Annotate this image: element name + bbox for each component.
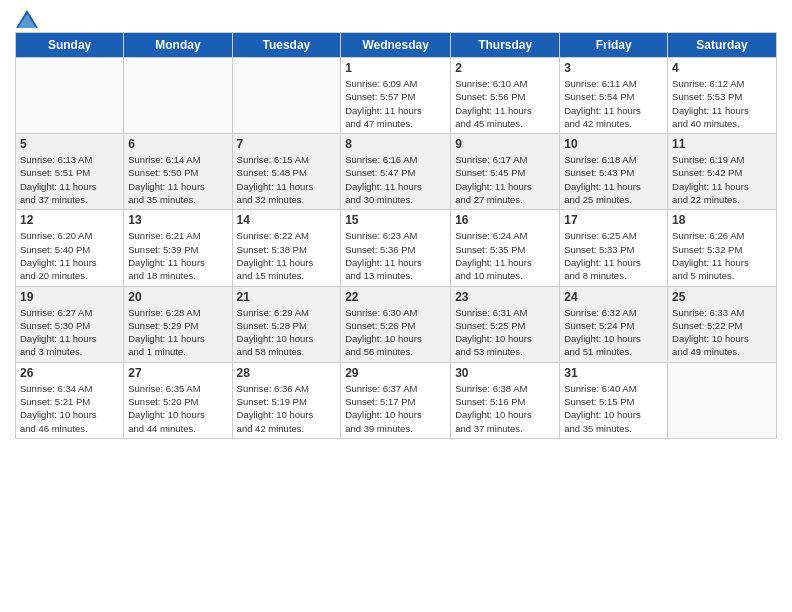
day-info: Sunrise: 6:33 AM Sunset: 5:22 PM Dayligh… (672, 306, 772, 359)
weekday-header: Sunday (16, 33, 124, 58)
weekday-header: Saturday (668, 33, 777, 58)
day-number: 7 (237, 137, 337, 151)
day-info: Sunrise: 6:21 AM Sunset: 5:39 PM Dayligh… (128, 229, 227, 282)
day-info: Sunrise: 6:36 AM Sunset: 5:19 PM Dayligh… (237, 382, 337, 435)
calendar-week-row: 1Sunrise: 6:09 AM Sunset: 5:57 PM Daylig… (16, 58, 777, 134)
calendar-cell (668, 362, 777, 438)
day-info: Sunrise: 6:29 AM Sunset: 5:28 PM Dayligh… (237, 306, 337, 359)
day-info: Sunrise: 6:34 AM Sunset: 5:21 PM Dayligh… (20, 382, 119, 435)
day-info: Sunrise: 6:22 AM Sunset: 5:38 PM Dayligh… (237, 229, 337, 282)
day-number: 19 (20, 290, 119, 304)
calendar-cell: 27Sunrise: 6:35 AM Sunset: 5:20 PM Dayli… (124, 362, 232, 438)
day-number: 9 (455, 137, 555, 151)
logo-icon (16, 10, 38, 28)
weekday-header: Thursday (451, 33, 560, 58)
calendar-cell: 22Sunrise: 6:30 AM Sunset: 5:26 PM Dayli… (341, 286, 451, 362)
calendar-cell (232, 58, 341, 134)
calendar-cell (124, 58, 232, 134)
logo (15, 10, 39, 24)
day-number: 15 (345, 213, 446, 227)
calendar-cell: 17Sunrise: 6:25 AM Sunset: 5:33 PM Dayli… (560, 210, 668, 286)
calendar-cell: 31Sunrise: 6:40 AM Sunset: 5:15 PM Dayli… (560, 362, 668, 438)
day-number: 13 (128, 213, 227, 227)
calendar-cell: 26Sunrise: 6:34 AM Sunset: 5:21 PM Dayli… (16, 362, 124, 438)
calendar-cell: 2Sunrise: 6:10 AM Sunset: 5:56 PM Daylig… (451, 58, 560, 134)
day-info: Sunrise: 6:35 AM Sunset: 5:20 PM Dayligh… (128, 382, 227, 435)
day-number: 5 (20, 137, 119, 151)
day-number: 1 (345, 61, 446, 75)
calendar-week-row: 19Sunrise: 6:27 AM Sunset: 5:30 PM Dayli… (16, 286, 777, 362)
day-number: 18 (672, 213, 772, 227)
day-info: Sunrise: 6:17 AM Sunset: 5:45 PM Dayligh… (455, 153, 555, 206)
day-number: 12 (20, 213, 119, 227)
calendar-week-row: 12Sunrise: 6:20 AM Sunset: 5:40 PM Dayli… (16, 210, 777, 286)
day-info: Sunrise: 6:24 AM Sunset: 5:35 PM Dayligh… (455, 229, 555, 282)
calendar-cell: 6Sunrise: 6:14 AM Sunset: 5:50 PM Daylig… (124, 134, 232, 210)
day-number: 22 (345, 290, 446, 304)
day-number: 14 (237, 213, 337, 227)
calendar-cell: 20Sunrise: 6:28 AM Sunset: 5:29 PM Dayli… (124, 286, 232, 362)
day-info: Sunrise: 6:16 AM Sunset: 5:47 PM Dayligh… (345, 153, 446, 206)
calendar-body: 1Sunrise: 6:09 AM Sunset: 5:57 PM Daylig… (16, 58, 777, 439)
weekday-header: Wednesday (341, 33, 451, 58)
calendar-cell: 28Sunrise: 6:36 AM Sunset: 5:19 PM Dayli… (232, 362, 341, 438)
calendar-container: SundayMondayTuesdayWednesdayThursdayFrid… (0, 0, 792, 612)
calendar-cell: 4Sunrise: 6:12 AM Sunset: 5:53 PM Daylig… (668, 58, 777, 134)
calendar-cell: 21Sunrise: 6:29 AM Sunset: 5:28 PM Dayli… (232, 286, 341, 362)
day-info: Sunrise: 6:10 AM Sunset: 5:56 PM Dayligh… (455, 77, 555, 130)
calendar-cell: 10Sunrise: 6:18 AM Sunset: 5:43 PM Dayli… (560, 134, 668, 210)
calendar-cell: 1Sunrise: 6:09 AM Sunset: 5:57 PM Daylig… (341, 58, 451, 134)
day-number: 25 (672, 290, 772, 304)
day-info: Sunrise: 6:20 AM Sunset: 5:40 PM Dayligh… (20, 229, 119, 282)
day-number: 23 (455, 290, 555, 304)
calendar-cell: 14Sunrise: 6:22 AM Sunset: 5:38 PM Dayli… (232, 210, 341, 286)
calendar-cell: 15Sunrise: 6:23 AM Sunset: 5:36 PM Dayli… (341, 210, 451, 286)
day-info: Sunrise: 6:14 AM Sunset: 5:50 PM Dayligh… (128, 153, 227, 206)
calendar-cell: 19Sunrise: 6:27 AM Sunset: 5:30 PM Dayli… (16, 286, 124, 362)
day-number: 11 (672, 137, 772, 151)
calendar-cell: 12Sunrise: 6:20 AM Sunset: 5:40 PM Dayli… (16, 210, 124, 286)
day-number: 29 (345, 366, 446, 380)
day-info: Sunrise: 6:12 AM Sunset: 5:53 PM Dayligh… (672, 77, 772, 130)
calendar-cell: 29Sunrise: 6:37 AM Sunset: 5:17 PM Dayli… (341, 362, 451, 438)
day-number: 28 (237, 366, 337, 380)
day-number: 31 (564, 366, 663, 380)
header (15, 10, 777, 24)
day-info: Sunrise: 6:26 AM Sunset: 5:32 PM Dayligh… (672, 229, 772, 282)
day-number: 30 (455, 366, 555, 380)
day-number: 3 (564, 61, 663, 75)
calendar-week-row: 26Sunrise: 6:34 AM Sunset: 5:21 PM Dayli… (16, 362, 777, 438)
weekday-header: Tuesday (232, 33, 341, 58)
day-number: 10 (564, 137, 663, 151)
day-number: 6 (128, 137, 227, 151)
day-info: Sunrise: 6:37 AM Sunset: 5:17 PM Dayligh… (345, 382, 446, 435)
day-info: Sunrise: 6:09 AM Sunset: 5:57 PM Dayligh… (345, 77, 446, 130)
day-info: Sunrise: 6:40 AM Sunset: 5:15 PM Dayligh… (564, 382, 663, 435)
calendar-cell (16, 58, 124, 134)
day-number: 26 (20, 366, 119, 380)
day-number: 17 (564, 213, 663, 227)
calendar-cell: 7Sunrise: 6:15 AM Sunset: 5:48 PM Daylig… (232, 134, 341, 210)
calendar-cell: 3Sunrise: 6:11 AM Sunset: 5:54 PM Daylig… (560, 58, 668, 134)
day-number: 21 (237, 290, 337, 304)
day-number: 2 (455, 61, 555, 75)
calendar-cell: 8Sunrise: 6:16 AM Sunset: 5:47 PM Daylig… (341, 134, 451, 210)
weekday-header: Monday (124, 33, 232, 58)
calendar-cell: 9Sunrise: 6:17 AM Sunset: 5:45 PM Daylig… (451, 134, 560, 210)
calendar-cell: 16Sunrise: 6:24 AM Sunset: 5:35 PM Dayli… (451, 210, 560, 286)
day-info: Sunrise: 6:31 AM Sunset: 5:25 PM Dayligh… (455, 306, 555, 359)
day-number: 20 (128, 290, 227, 304)
calendar-cell: 13Sunrise: 6:21 AM Sunset: 5:39 PM Dayli… (124, 210, 232, 286)
day-number: 16 (455, 213, 555, 227)
weekday-header-row: SundayMondayTuesdayWednesdayThursdayFrid… (16, 33, 777, 58)
calendar-cell: 30Sunrise: 6:38 AM Sunset: 5:16 PM Dayli… (451, 362, 560, 438)
day-number: 4 (672, 61, 772, 75)
day-info: Sunrise: 6:15 AM Sunset: 5:48 PM Dayligh… (237, 153, 337, 206)
day-info: Sunrise: 6:19 AM Sunset: 5:42 PM Dayligh… (672, 153, 772, 206)
day-number: 24 (564, 290, 663, 304)
calendar-table: SundayMondayTuesdayWednesdayThursdayFrid… (15, 32, 777, 439)
day-info: Sunrise: 6:28 AM Sunset: 5:29 PM Dayligh… (128, 306, 227, 359)
day-info: Sunrise: 6:18 AM Sunset: 5:43 PM Dayligh… (564, 153, 663, 206)
day-info: Sunrise: 6:32 AM Sunset: 5:24 PM Dayligh… (564, 306, 663, 359)
weekday-header: Friday (560, 33, 668, 58)
